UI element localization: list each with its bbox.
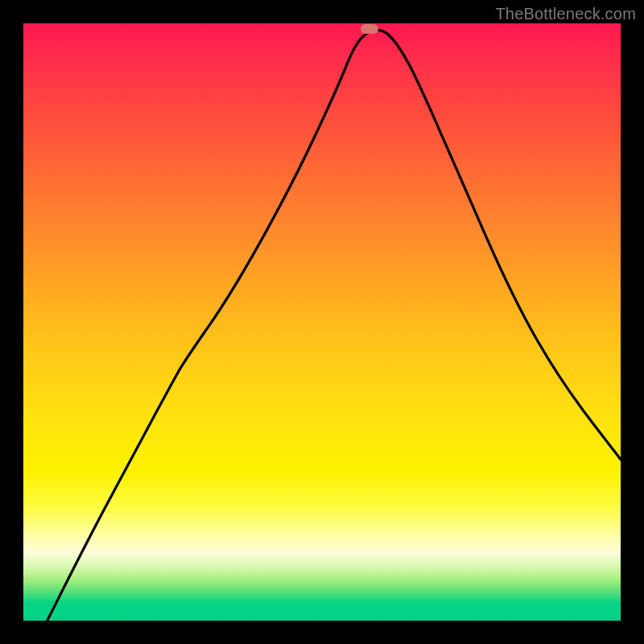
watermark-text: TheBottleneck.com xyxy=(495,5,636,23)
plot-area xyxy=(23,23,621,621)
curve-layer xyxy=(23,23,621,621)
chart-canvas: TheBottleneck.com xyxy=(0,0,644,644)
bottleneck-curve-line xyxy=(47,30,621,621)
optimal-marker xyxy=(361,24,378,34)
